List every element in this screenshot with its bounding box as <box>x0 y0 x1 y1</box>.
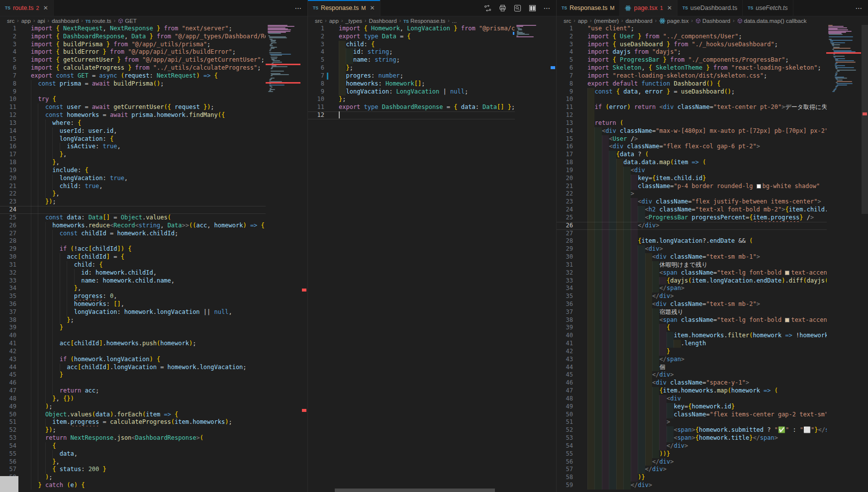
code-line[interactable]: 10 try { <box>0 96 266 103</box>
breadcrumb-item[interactable]: _types <box>345 18 362 24</box>
code-line[interactable]: 40 item.homeworks.filter(homework => !ho… <box>557 332 827 340</box>
breadcrumb-item[interactable]: TSroute.ts <box>86 18 111 24</box>
split-editor-button[interactable] <box>528 4 536 12</box>
code-line[interactable]: 58 )} <box>557 474 827 482</box>
code-line[interactable]: 8 homeworks: Homework[]; <box>308 80 515 88</box>
code-line[interactable]: 1import { NextRequest, NextResponse } fr… <box>0 25 266 33</box>
code-line[interactable]: 59 } catch (e) { <box>0 482 266 490</box>
code-line[interactable]: 27 <box>557 230 827 238</box>
code-line[interactable]: 39 { <box>557 324 827 332</box>
code-line[interactable]: 42 } <box>557 348 827 356</box>
code-line[interactable]: 49 ); <box>0 403 266 411</box>
code-line[interactable]: 22 }, <box>0 190 266 198</box>
code-line[interactable]: 44 個 <box>557 364 827 372</box>
more-button[interactable]: ⋯ <box>543 4 551 12</box>
code-line[interactable]: 54 { <box>0 442 266 450</box>
minimap[interactable] <box>514 25 549 42</box>
tab-useFetch.ts[interactable]: TSuseFetch.ts <box>743 0 793 16</box>
code-line[interactable]: 18 }, <box>0 159 266 167</box>
code-line[interactable]: 38 <span className="text-lg font-bold te… <box>557 316 827 324</box>
code-line[interactable]: 17 {data ? ( <box>557 151 827 159</box>
code-line[interactable]: 51 > <box>557 418 827 426</box>
more-button[interactable]: ⋯ <box>855 4 863 12</box>
code-line[interactable]: 11export type DashboardResponse = { data… <box>308 103 515 111</box>
code-line[interactable]: 43 if (homework.longVacation) { <box>0 356 266 364</box>
code-line[interactable]: 29 <div> <box>557 245 827 253</box>
code-line[interactable]: 2export type Data = { <box>308 33 515 41</box>
code-line[interactable]: 33 name: homework.child.name, <box>0 277 266 285</box>
code-line[interactable]: 41 acc[childId].homeworks.push(homework)… <box>0 340 266 348</box>
code-line[interactable]: 25 <ProgressBar progressPercent={item.pr… <box>557 214 827 222</box>
breadcrumb-item[interactable]: (member) <box>594 18 619 24</box>
code-line[interactable]: 34 }, <box>0 285 266 293</box>
code-line[interactable]: 19 <div <box>557 167 827 175</box>
code-editor[interactable]: 1"use client";2import { User } from "../… <box>557 25 827 492</box>
code-line[interactable]: 31 child: { <box>0 261 266 269</box>
code-line[interactable]: 41 .length <box>557 340 827 348</box>
code-line[interactable]: 19 include: { <box>0 167 266 175</box>
code-line[interactable]: 2import { User } from "../_components/Us… <box>557 33 827 41</box>
code-line[interactable]: 10}; <box>308 96 515 103</box>
overview-ruler[interactable] <box>300 17 307 492</box>
code-line[interactable]: 11 if (error) return <div className="tex… <box>557 103 827 111</box>
code-editor[interactable]: 1import { NextRequest, NextResponse } fr… <box>0 25 266 492</box>
minimap[interactable] <box>266 25 300 96</box>
code-line[interactable]: 3 child: { <box>308 41 515 49</box>
code-line[interactable]: 9 <box>0 88 266 96</box>
minimap[interactable] <box>826 25 861 96</box>
code-line[interactable]: 27 const childId = homework.childId; <box>0 230 266 238</box>
breadcrumb-item[interactable]: dashboard <box>52 18 79 24</box>
code-line[interactable]: 16 isActive: true, <box>0 143 266 151</box>
code-line[interactable]: 54 </div> <box>557 442 827 450</box>
code-line[interactable]: 46 <box>0 379 266 387</box>
code-editor[interactable]: 1import { Homework, LongVacation } from … <box>308 25 515 492</box>
code-line[interactable]: 29 if (!acc[childId]) { <box>0 245 266 253</box>
code-line[interactable]: 20 longVacation: true, <box>0 175 266 183</box>
code-line[interactable]: 5import { ProgressBar } from "./_compone… <box>557 56 827 64</box>
code-line[interactable]: 24 <box>0 206 266 214</box>
code-line[interactable]: 55 data, <box>0 450 266 458</box>
code-line[interactable]: 40 <box>0 332 266 340</box>
code-line[interactable]: 4 id: string; <box>308 48 515 56</box>
breadcrumb-item[interactable]: data.data.map() callback <box>737 18 807 24</box>
code-line[interactable]: 35 </div> <box>557 293 827 300</box>
overview-ruler[interactable] <box>549 17 556 492</box>
code-line[interactable]: 9 const { data, error } = useDashboard()… <box>557 88 827 96</box>
code-line[interactable]: 4import dayjs from "dayjs"; <box>557 48 827 56</box>
code-line[interactable]: 32 id: homework.childId, <box>0 269 266 277</box>
code-line[interactable]: 47 return acc; <box>0 387 266 395</box>
code-line[interactable]: 34 </span> <box>557 285 827 293</box>
code-line[interactable]: 15 longVacation: { <box>0 135 266 143</box>
breadcrumb-item[interactable]: Dashboard <box>695 18 730 24</box>
code-line[interactable]: 57 </div> <box>557 466 827 474</box>
code-line[interactable]: 58 ); <box>0 474 266 482</box>
code-line[interactable]: 33 {dayjs(item.longVacation.endDate).dif… <box>557 277 827 285</box>
tab-Responase.ts[interactable]: TSResponase.tsM✕ <box>308 0 381 16</box>
code-line[interactable]: 43 </span> <box>557 356 827 364</box>
code-line[interactable]: 30 acc[childId] = { <box>0 253 266 261</box>
code-line[interactable]: 28 {item.longVacation?.endDate && ( <box>557 237 827 245</box>
code-line[interactable]: 52 }); <box>0 426 266 434</box>
code-line[interactable]: 39 } <box>0 324 266 332</box>
code-line[interactable]: 53 <span>{homework.title}</span> <box>557 434 827 442</box>
tab-useDashboard.ts[interactable]: TSuseDashboard.ts <box>677 0 743 16</box>
code-line[interactable]: 6 }; <box>308 64 515 72</box>
code-line[interactable]: 24 <h2 className="text-xl font-bold mb-2… <box>557 206 827 214</box>
code-line[interactable]: 12 <box>308 111 515 119</box>
breadcrumb-item[interactable]: app <box>329 18 339 24</box>
code-line[interactable]: 55 ))} <box>557 450 827 458</box>
more-button[interactable]: ⋯ <box>294 4 302 12</box>
code-line[interactable]: 8export default function Dashboard() { <box>557 80 827 88</box>
code-line[interactable]: 57 { status: 200 } <box>0 466 266 474</box>
code-line[interactable]: 21 child: true, <box>0 183 266 191</box>
close-icon[interactable]: ✕ <box>370 4 375 11</box>
tab-page.tsx[interactable]: page.tsx1✕ <box>620 0 677 16</box>
code-line[interactable]: 50 Object.values(data).forEach(item => { <box>0 411 266 419</box>
code-line[interactable]: 7import "react-loading-skeleton/dist/ske… <box>557 72 827 80</box>
print-button[interactable] <box>498 4 506 12</box>
code-line[interactable]: 35 progress: 0, <box>0 293 266 300</box>
breadcrumb-item[interactable]: page.tsx <box>659 17 688 24</box>
code-line[interactable]: 59 </div> <box>557 482 827 490</box>
vertical-scrollbar[interactable] <box>862 25 868 214</box>
code-line[interactable]: 38 }; <box>0 316 266 324</box>
